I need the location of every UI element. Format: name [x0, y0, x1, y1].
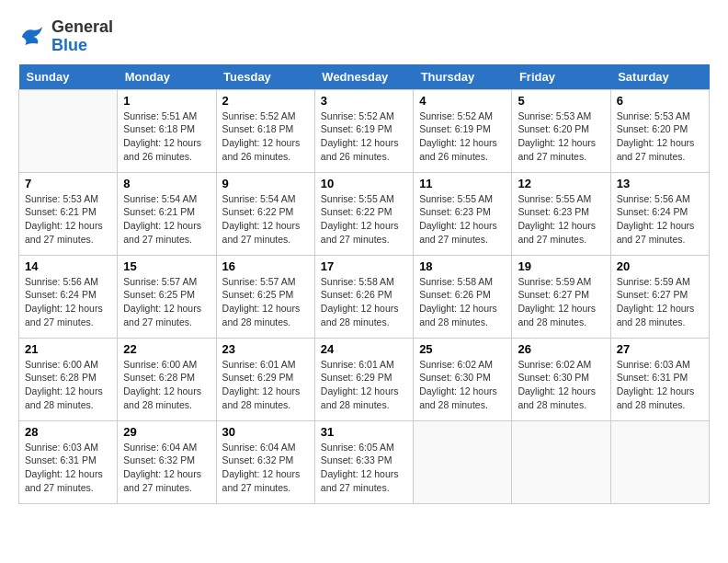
day-info: Sunrise: 5:57 AM Sunset: 6:25 PM Dayligh… [123, 275, 210, 329]
header-cell-monday: Monday [118, 64, 216, 90]
day-info: Sunrise: 5:54 AM Sunset: 6:22 PM Dayligh… [222, 192, 309, 247]
calendar-cell: 6Sunrise: 5:53 AM Sunset: 6:20 PM Daylig… [610, 89, 709, 172]
day-number: 2 [222, 94, 309, 108]
calendar-cell: 15Sunrise: 5:57 AM Sunset: 6:25 PM Dayli… [118, 255, 216, 338]
day-number: 25 [419, 342, 506, 356]
calendar-cell: 17Sunrise: 5:58 AM Sunset: 6:26 PM Dayli… [314, 255, 413, 338]
day-number: 29 [123, 425, 210, 439]
day-number: 16 [222, 259, 309, 273]
header-cell-friday: Friday [512, 64, 610, 90]
day-number: 3 [321, 94, 407, 108]
day-number: 9 [222, 177, 309, 190]
calendar-cell: 23Sunrise: 6:01 AM Sunset: 6:29 PM Dayli… [216, 338, 314, 420]
day-number: 19 [518, 259, 604, 273]
calendar-cell: 22Sunrise: 6:00 AM Sunset: 6:28 PM Dayli… [118, 338, 216, 420]
day-info: Sunrise: 5:52 AM Sunset: 6:19 PM Dayligh… [321, 109, 407, 164]
calendar-cell: 14Sunrise: 5:56 AM Sunset: 6:24 PM Dayli… [19, 255, 118, 338]
day-number: 12 [518, 177, 604, 190]
day-info: Sunrise: 6:03 AM Sunset: 6:31 PM Dayligh… [25, 441, 111, 495]
header-cell-sunday: Sunday [19, 64, 118, 90]
calendar-cell: 31Sunrise: 6:05 AM Sunset: 6:33 PM Dayli… [314, 420, 413, 503]
day-info: Sunrise: 5:56 AM Sunset: 6:24 PM Dayligh… [617, 192, 703, 247]
day-number: 7 [25, 177, 111, 190]
calendar-week-row: 14Sunrise: 5:56 AM Sunset: 6:24 PM Dayli… [19, 255, 710, 338]
day-number: 21 [25, 342, 111, 356]
day-number: 31 [321, 425, 407, 439]
day-info: Sunrise: 6:02 AM Sunset: 6:30 PM Dayligh… [419, 358, 506, 412]
day-info: Sunrise: 5:53 AM Sunset: 6:21 PM Dayligh… [25, 192, 111, 247]
day-number: 11 [419, 177, 506, 190]
day-number: 23 [222, 342, 309, 356]
header-cell-tuesday: Tuesday [216, 64, 314, 90]
day-info: Sunrise: 5:51 AM Sunset: 6:18 PM Dayligh… [123, 109, 210, 164]
day-info: Sunrise: 5:55 AM Sunset: 6:22 PM Dayligh… [321, 192, 407, 247]
calendar-cell: 26Sunrise: 6:02 AM Sunset: 6:30 PM Dayli… [512, 338, 610, 420]
day-info: Sunrise: 5:53 AM Sunset: 6:20 PM Dayligh… [617, 109, 703, 164]
calendar-week-row: 7Sunrise: 5:53 AM Sunset: 6:21 PM Daylig… [19, 172, 710, 255]
day-number: 1 [123, 94, 210, 108]
day-number: 18 [419, 259, 506, 273]
header: General Blue [18, 18, 710, 55]
day-info: Sunrise: 5:57 AM Sunset: 6:25 PM Dayligh… [222, 275, 309, 329]
day-number: 20 [617, 259, 703, 273]
header-cell-thursday: Thursday [414, 64, 512, 90]
logo: General Blue [18, 18, 113, 55]
calendar-cell: 5Sunrise: 5:53 AM Sunset: 6:20 PM Daylig… [512, 89, 610, 172]
header-cell-saturday: Saturday [610, 64, 709, 90]
calendar-cell: 20Sunrise: 5:59 AM Sunset: 6:27 PM Dayli… [610, 255, 709, 338]
day-info: Sunrise: 6:01 AM Sunset: 6:29 PM Dayligh… [222, 358, 309, 412]
logo-icon [18, 23, 46, 51]
calendar-cell: 29Sunrise: 6:04 AM Sunset: 6:32 PM Dayli… [118, 420, 216, 503]
day-number: 22 [123, 342, 210, 356]
day-info: Sunrise: 6:05 AM Sunset: 6:33 PM Dayligh… [321, 441, 407, 495]
day-info: Sunrise: 6:00 AM Sunset: 6:28 PM Dayligh… [25, 358, 111, 412]
day-number: 27 [617, 342, 703, 356]
calendar-cell: 25Sunrise: 6:02 AM Sunset: 6:30 PM Dayli… [414, 338, 512, 420]
calendar-cell: 13Sunrise: 5:56 AM Sunset: 6:24 PM Dayli… [610, 172, 709, 255]
header-cell-wednesday: Wednesday [314, 64, 413, 90]
day-number: 4 [419, 94, 506, 108]
calendar-cell: 16Sunrise: 5:57 AM Sunset: 6:25 PM Dayli… [216, 255, 314, 338]
calendar-cell: 11Sunrise: 5:55 AM Sunset: 6:23 PM Dayli… [414, 172, 512, 255]
calendar-cell: 12Sunrise: 5:55 AM Sunset: 6:23 PM Dayli… [512, 172, 610, 255]
day-info: Sunrise: 6:02 AM Sunset: 6:30 PM Dayligh… [518, 358, 604, 412]
logo-text-line1: General [51, 18, 113, 37]
day-number: 28 [25, 425, 111, 439]
calendar-week-row: 21Sunrise: 6:00 AM Sunset: 6:28 PM Dayli… [19, 338, 710, 420]
day-info: Sunrise: 5:52 AM Sunset: 6:19 PM Dayligh… [419, 109, 506, 164]
calendar-cell: 18Sunrise: 5:58 AM Sunset: 6:26 PM Dayli… [414, 255, 512, 338]
day-number: 8 [123, 177, 210, 190]
day-info: Sunrise: 5:53 AM Sunset: 6:20 PM Dayligh… [518, 109, 604, 164]
calendar-cell: 27Sunrise: 6:03 AM Sunset: 6:31 PM Dayli… [610, 338, 709, 420]
day-number: 26 [518, 342, 604, 356]
calendar-cell: 3Sunrise: 5:52 AM Sunset: 6:19 PM Daylig… [314, 89, 413, 172]
logo-text-line2: Blue [51, 37, 113, 55]
day-info: Sunrise: 5:59 AM Sunset: 6:27 PM Dayligh… [617, 275, 703, 329]
calendar-cell [512, 420, 610, 503]
calendar-header-row: SundayMondayTuesdayWednesdayThursdayFrid… [19, 64, 710, 90]
calendar-cell: 7Sunrise: 5:53 AM Sunset: 6:21 PM Daylig… [19, 172, 118, 255]
day-number: 30 [222, 425, 309, 439]
day-info: Sunrise: 6:04 AM Sunset: 6:32 PM Dayligh… [222, 441, 309, 495]
calendar-cell: 1Sunrise: 5:51 AM Sunset: 6:18 PM Daylig… [118, 89, 216, 172]
day-number: 17 [321, 259, 407, 273]
day-info: Sunrise: 5:55 AM Sunset: 6:23 PM Dayligh… [518, 192, 604, 247]
calendar-table: SundayMondayTuesdayWednesdayThursdayFrid… [18, 64, 710, 504]
day-number: 10 [321, 177, 407, 190]
calendar-cell: 8Sunrise: 5:54 AM Sunset: 6:21 PM Daylig… [118, 172, 216, 255]
day-number: 5 [518, 94, 604, 108]
day-number: 24 [321, 342, 407, 356]
calendar-cell: 2Sunrise: 5:52 AM Sunset: 6:18 PM Daylig… [216, 89, 314, 172]
day-info: Sunrise: 5:54 AM Sunset: 6:21 PM Dayligh… [123, 192, 210, 247]
day-info: Sunrise: 5:52 AM Sunset: 6:18 PM Dayligh… [222, 109, 309, 164]
day-info: Sunrise: 5:58 AM Sunset: 6:26 PM Dayligh… [419, 275, 506, 329]
calendar-cell [19, 89, 118, 172]
calendar-cell: 28Sunrise: 6:03 AM Sunset: 6:31 PM Dayli… [19, 420, 118, 503]
calendar-cell [610, 420, 709, 503]
calendar-cell: 19Sunrise: 5:59 AM Sunset: 6:27 PM Dayli… [512, 255, 610, 338]
day-info: Sunrise: 6:00 AM Sunset: 6:28 PM Dayligh… [123, 358, 210, 412]
day-info: Sunrise: 6:04 AM Sunset: 6:32 PM Dayligh… [123, 441, 210, 495]
day-number: 13 [617, 177, 703, 190]
calendar-week-row: 28Sunrise: 6:03 AM Sunset: 6:31 PM Dayli… [19, 420, 710, 503]
calendar-body: 1Sunrise: 5:51 AM Sunset: 6:18 PM Daylig… [19, 89, 710, 503]
